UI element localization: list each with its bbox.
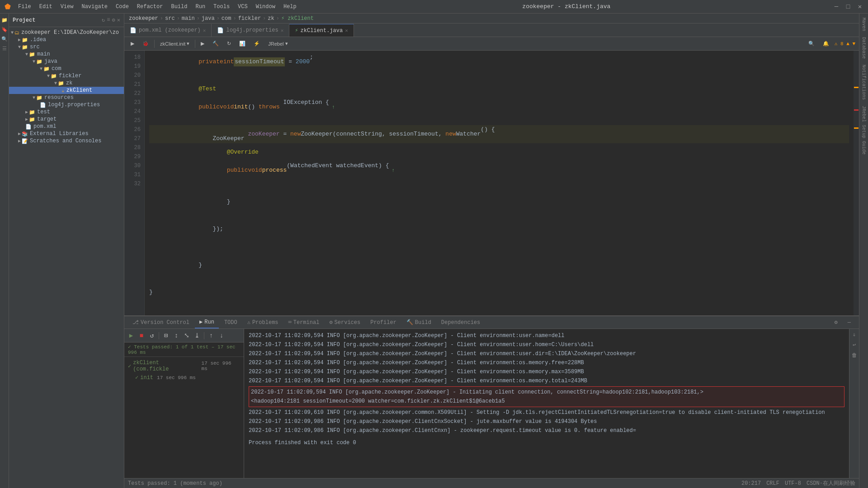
close-panel-icon[interactable]: ✕ [117, 17, 120, 23]
find-icon[interactable]: 🔍 [0, 35, 9, 43]
jrebel-label: JRebel [268, 41, 283, 47]
breadcrumb-fickler[interactable]: fickler [238, 15, 261, 22]
code-content[interactable]: private int sessionTimeout = 2000; @Test… [145, 51, 854, 315]
run-restart-button[interactable]: ↺ [147, 331, 156, 340]
minimize-button[interactable]: ─ [833, 3, 840, 10]
sync-icon[interactable]: ↻ [102, 17, 105, 23]
menu-view[interactable]: View [57, 3, 77, 11]
breadcrumb-java[interactable]: java [202, 15, 215, 22]
search-button[interactable]: 🔍 [806, 39, 817, 49]
export-button[interactable]: ⤓ [193, 331, 202, 340]
build-icon: 🔨 [406, 319, 413, 326]
tree-src[interactable]: ▼ 📁 src [9, 43, 124, 51]
tab-pom[interactable]: 📄 pom.xml (zookeeper) ✕ [124, 24, 212, 37]
project-icon[interactable]: 📁 [0, 16, 9, 24]
reload-button[interactable]: ↻ [224, 39, 234, 49]
tree-idea[interactable]: ▶ 📁 .idea [9, 36, 124, 43]
tab-run[interactable]: ▶ Run [195, 317, 219, 328]
tree-com[interactable]: ▼ 📁 com [9, 65, 124, 72]
wrap-icon[interactable]: ↩ [853, 342, 856, 348]
run-output[interactable]: 2022-10-17 11:02:09,594 INFO [org.apache… [244, 329, 849, 478]
tab-zkclient[interactable]: ⚡ zkClient.java ✕ [289, 24, 354, 37]
tab-services[interactable]: ⚙ Services [325, 317, 365, 328]
menu-vcs[interactable]: VCS [234, 3, 251, 11]
run-play-button[interactable]: ▶ [127, 331, 136, 340]
filter-button[interactable]: ⊟ [161, 331, 170, 340]
tab-build[interactable]: 🔨 Build [402, 317, 436, 328]
tree-log4j[interactable]: 📄 log4j.properties [9, 101, 124, 108]
tree-pom[interactable]: 📄 pom.xml [9, 123, 124, 130]
tree-zk[interactable]: ▼ 📁 zk [9, 80, 124, 87]
tree-external-libs[interactable]: ▶ 📚 External Libraries [9, 130, 124, 137]
notifications-icon[interactable]: Notifications [861, 65, 866, 100]
settings-gear-icon[interactable]: ⚙ [830, 317, 842, 328]
tree-zookeeper[interactable]: ▼ 🗂 zookeeper E:\IDEA\ZooKeeper\zo [9, 29, 124, 36]
coverage-button[interactable]: 📊 [236, 39, 248, 49]
tab-log4j-close[interactable]: ✕ [281, 28, 284, 33]
menu-refactor[interactable]: Refactor [133, 3, 167, 11]
menu-build[interactable]: Build [167, 3, 191, 11]
tree-fickler[interactable]: ▼ 📁 fickler [9, 72, 124, 80]
menu-code[interactable]: Code [112, 3, 132, 11]
tree-target[interactable]: ▶ 📁 target [9, 116, 124, 123]
tree-java[interactable]: ▼ 📁 java [9, 58, 124, 65]
tree-zkclient[interactable]: ☕ zkClient [9, 87, 124, 94]
menu-edit[interactable]: Edit [36, 3, 56, 11]
test-tree-zkclient[interactable]: ✓ zkClient (com.fickle 17 sec 996 ms [126, 359, 242, 373]
tree-test[interactable]: ▶ 📁 test [9, 108, 124, 116]
run-button[interactable]: ▶ [128, 39, 137, 49]
title-bar: ⬟ File Edit View Navigate Code Refactor … [0, 0, 868, 14]
expand-button[interactable]: ⤡ [182, 331, 191, 340]
scroll-up-button[interactable]: ↑ [207, 331, 216, 340]
database-icon[interactable]: Database [861, 37, 866, 59]
breadcrumb-zookeeper[interactable]: zookeeper [129, 15, 158, 22]
config-dropdown[interactable]: zkClient.init ▾ [157, 39, 192, 49]
settings-icon[interactable]: ⚙ [112, 17, 115, 23]
structure-icon[interactable]: ☰ [0, 44, 9, 52]
bookmark-icon[interactable]: 🔖 [0, 25, 9, 33]
breadcrumb-zk[interactable]: zk [268, 15, 274, 22]
error-mark-1 [854, 109, 859, 111]
profile-button[interactable]: ⚡ [251, 39, 263, 49]
menu-window[interactable]: Window [252, 3, 279, 11]
breadcrumb-main[interactable]: main [182, 15, 195, 22]
maximize-button[interactable]: □ [844, 3, 852, 10]
collapse-icon[interactable]: ≡ [107, 17, 110, 23]
tab-zkclient-close[interactable]: ✕ [345, 28, 348, 33]
menu-tools[interactable]: Tools [210, 3, 233, 11]
sort-button[interactable]: ↕ [172, 331, 181, 340]
tab-profiler[interactable]: Profiler [366, 317, 401, 328]
maven-icon[interactable]: Maven [861, 18, 866, 31]
tab-dependencies[interactable]: Dependencies [437, 317, 485, 328]
menu-run[interactable]: Run [192, 3, 209, 11]
tab-pom-close[interactable]: ✕ [203, 28, 206, 33]
debug-button[interactable]: 🐞 [140, 39, 151, 49]
build-button[interactable]: 🔨 [210, 39, 222, 49]
tab-problems[interactable]: ⚠ Problems [243, 317, 283, 328]
scroll-to-end-icon[interactable]: ⇓ [853, 331, 856, 338]
tab-version-control[interactable]: ⎇ Version Control [128, 317, 194, 328]
jrebel-setup-icon[interactable]: JRebel Setup Guide [861, 106, 866, 155]
breadcrumb-com[interactable]: com [222, 15, 231, 22]
test-tree-init[interactable]: ✓ init 17 sec 996 ms [126, 373, 242, 382]
tree-main[interactable]: ▼ 📁 main [9, 51, 124, 58]
tree-scratches[interactable]: ▶ 📝 Scratches and Consoles [9, 137, 124, 145]
menu-help[interactable]: Help [280, 3, 300, 11]
breadcrumb-src[interactable]: src [165, 15, 175, 22]
menu-bar: File Edit View Navigate Code Refactor Bu… [14, 3, 300, 11]
tab-log4j[interactable]: 📄 log4j.properties ✕ [212, 24, 289, 37]
menu-navigate[interactable]: Navigate [78, 3, 111, 11]
menu-file[interactable]: File [14, 3, 35, 11]
run-stop-button[interactable]: ■ [137, 331, 146, 340]
tab-todo[interactable]: TODO [220, 317, 242, 328]
clear-output-icon[interactable]: 🗑 [852, 352, 857, 359]
close-button[interactable]: ✕ [856, 3, 863, 10]
scroll-down-button[interactable]: ↓ [217, 331, 226, 340]
minimize-panel-icon[interactable]: ─ [843, 317, 855, 328]
run-config-button[interactable]: ▶ [198, 39, 207, 49]
jrebel-dropdown[interactable]: JRebel ▾ [265, 39, 290, 49]
alert-button[interactable]: 🔔 [820, 39, 832, 49]
tree-resources[interactable]: ▼ 📁 resources [9, 94, 124, 101]
tab-terminal[interactable]: ⌨ Terminal [284, 317, 324, 328]
breadcrumb-zkclient[interactable]: ⚡ zkClient [281, 15, 314, 22]
